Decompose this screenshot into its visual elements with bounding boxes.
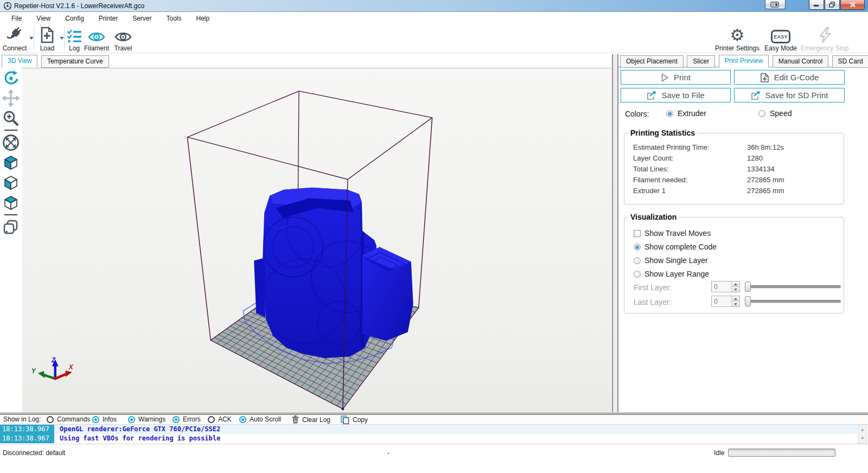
viewport-3d-scene[interactable]: Z Y X [22, 68, 612, 412]
colors-extruder-option[interactable]: Extruder [666, 109, 706, 118]
isometric-view-button[interactable] [0, 152, 22, 172]
load-file-icon [40, 26, 54, 43]
tab-3d-view[interactable]: 3D View [2, 55, 37, 68]
menu-config[interactable]: Config [58, 13, 92, 24]
commands-toggle-icon[interactable] [47, 416, 54, 423]
tab-print-preview[interactable]: Print Preview [719, 55, 769, 68]
tab-manual-control[interactable]: Manual Control [773, 55, 828, 68]
clear-log-button[interactable]: Clear Log [292, 416, 330, 424]
tab-slicer[interactable]: Slicer [687, 55, 715, 68]
spinner-buttons[interactable] [731, 282, 739, 292]
scroll-down-icon[interactable]: ▼ [858, 434, 866, 443]
close-button[interactable] [840, 0, 865, 10]
warnings-toggle-icon[interactable] [128, 416, 135, 423]
move-view-button[interactable] [0, 88, 22, 108]
spinner-buttons[interactable] [731, 296, 739, 306]
spinner-down-icon[interactable] [732, 301, 739, 306]
connect-dropdown-arrow[interactable] [29, 37, 34, 40]
log-scrollbar[interactable]: ▲ ▼ [858, 425, 867, 444]
warnings-toggle-label: Warnings [138, 416, 165, 423]
menu-view[interactable]: View [29, 13, 58, 24]
show-layer-range-radio[interactable] [634, 271, 641, 278]
edit-gcode-button[interactable]: Edit G-Code [734, 70, 845, 85]
show-travel-moves-option[interactable]: Show Travel Moves [634, 229, 711, 238]
save-for-sd-button[interactable]: Save for SD Print [734, 88, 845, 103]
tab-object-placement[interactable]: Object Placement [620, 55, 684, 68]
show-single-layer-radio[interactable] [634, 257, 641, 264]
print-button[interactable]: Print [621, 70, 731, 85]
show-layer-range-label: Show Layer Range [644, 270, 709, 278]
easy-mode-button[interactable]: EASY Easy Mode [765, 26, 796, 52]
colors-speed-option[interactable]: Speed [758, 109, 792, 118]
slider-track[interactable] [749, 300, 841, 303]
log-toggle-ack[interactable]: ACK [208, 416, 232, 423]
spinner-down-icon[interactable] [732, 286, 739, 292]
infos-toggle-icon[interactable] [92, 416, 99, 423]
show-filament-button[interactable]: Filament [82, 26, 111, 52]
first-layer-spinner[interactable]: 0 [711, 281, 740, 292]
log-timestamp: 18:13:38.967 [0, 425, 54, 434]
printer-settings-label: Printer Settings [715, 44, 760, 52]
spinner-up-icon[interactable] [732, 282, 739, 286]
menu-server[interactable]: Server [125, 13, 159, 24]
restore-button[interactable] [825, 0, 840, 10]
front-view-button[interactable] [0, 172, 22, 193]
first-layer-slider[interactable] [745, 281, 841, 292]
fit-view-button[interactable] [0, 132, 22, 152]
spinner-up-icon[interactable] [732, 296, 739, 301]
load-button[interactable]: Load [36, 26, 59, 52]
show-layer-range-option[interactable]: Show Layer Range [634, 270, 709, 278]
magnifier-plus-icon [2, 110, 20, 127]
job-progress-bar [728, 449, 835, 457]
zoom-view-button[interactable] [0, 108, 22, 128]
menu-printer[interactable]: Printer [92, 13, 125, 24]
tab-sd-card[interactable]: SD Card [832, 55, 868, 68]
toggle-view-mode-button[interactable] [0, 217, 22, 237]
connect-plug-icon [5, 26, 24, 43]
menu-help[interactable]: Help [189, 13, 218, 24]
ack-toggle-icon[interactable] [208, 416, 215, 423]
log-toggle-warnings[interactable]: Warnings [128, 416, 165, 423]
axis-y-label: Y [31, 367, 36, 375]
menu-tools[interactable]: Tools [159, 13, 189, 24]
panel-splitter[interactable] [612, 54, 618, 412]
slider-track[interactable] [749, 285, 841, 288]
speed-radio[interactable] [758, 110, 765, 117]
log-toggle-commands[interactable]: Commands [47, 416, 90, 423]
scroll-up-icon[interactable]: ▲ [858, 425, 866, 434]
stat-label: Extruder 1 [633, 187, 666, 195]
play-icon [661, 73, 669, 82]
autoscroll-toggle-icon[interactable] [239, 416, 246, 423]
slider-thumb[interactable] [745, 296, 751, 306]
show-single-layer-option[interactable]: Show Single Layer [634, 256, 708, 265]
log-toggle-infos[interactable]: Infos [92, 416, 117, 423]
printing-statistics-title: Printing Statistics [628, 129, 697, 137]
last-layer-spinner[interactable]: 0 [711, 296, 740, 307]
rotate-view-button[interactable] [0, 68, 22, 88]
minimize-button[interactable] [809, 0, 824, 10]
show-travel-button[interactable]: Travel [112, 26, 135, 52]
tab-temperature-curve[interactable]: Temperature Curve [41, 55, 109, 68]
show-complete-code-option[interactable]: Show complete Code [634, 242, 717, 251]
connect-button[interactable]: Connect [1, 26, 28, 52]
log-toggle-errors[interactable]: Errors [173, 416, 201, 423]
errors-toggle-icon[interactable] [173, 416, 180, 423]
copy-button[interactable]: Copy [341, 416, 368, 424]
show-complete-code-label: Show complete Code [644, 242, 717, 251]
load-dropdown-arrow[interactable] [60, 37, 64, 40]
menu-file[interactable]: File [4, 13, 29, 24]
show-travel-moves-checkbox[interactable] [634, 230, 641, 237]
show-in-log-label: Show in Log: [3, 416, 41, 423]
commands-toggle-label: Commands [57, 416, 90, 423]
slider-thumb[interactable] [745, 282, 751, 292]
extruder-radio[interactable] [666, 110, 673, 117]
titlebar-layout-button[interactable] [765, 0, 786, 9]
show-complete-code-radio[interactable] [634, 244, 641, 251]
printer-settings-button[interactable]: ⚙ Printer Settings [712, 26, 762, 52]
top-view-button[interactable] [0, 193, 22, 213]
save-to-file-button[interactable]: Save to File [621, 88, 731, 103]
last-layer-slider[interactable] [745, 296, 841, 307]
toggle-log-button[interactable]: Log [65, 26, 84, 52]
log-toggle-autoscroll[interactable]: Auto Scroll [239, 416, 281, 423]
log-output[interactable]: 18:13:38.967 OpenGL renderer:GeForce GTX… [0, 424, 868, 443]
